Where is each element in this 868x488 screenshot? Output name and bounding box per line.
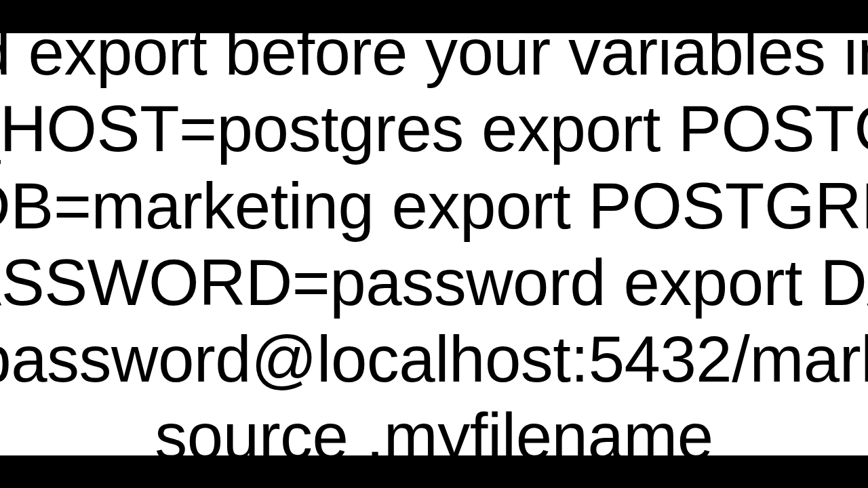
text-line-6: source .myfilename xyxy=(155,398,713,455)
text-line-3: DB=marketing export POSTGRE xyxy=(0,167,868,244)
text-line-4: ASSWORD=password export DA xyxy=(0,244,868,321)
text-line-1: d export before your variables in xyxy=(0,33,868,91)
text-line-5: password@localhost:5432/mark xyxy=(0,321,868,397)
text-line-2: _HOST=postgres export POSTG xyxy=(0,90,868,167)
text-content-box: d export before your variables in _HOST=… xyxy=(0,33,868,455)
